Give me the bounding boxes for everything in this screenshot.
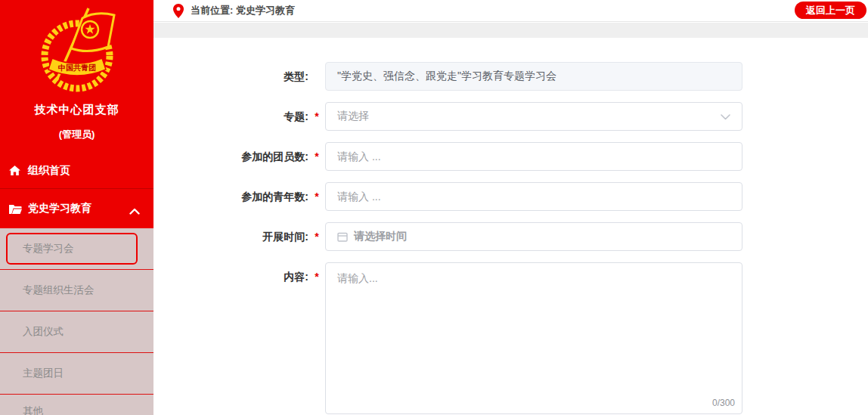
youth-league-emblem-icon: 中国共青团 <box>33 5 122 94</box>
sidebar-item-party-history-education[interactable]: 党史学习教育 <box>0 189 153 228</box>
youth-count-input[interactable] <box>325 182 742 211</box>
sidebar-menu: 组织首页 党史学习教育 专题学习会 专题组织生活会 <box>0 153 153 415</box>
form-row-time: 开展时间:* 请选择时间 <box>153 222 868 251</box>
submenu-item-label: 入团仪式 <box>23 325 64 339</box>
folder-open-icon <box>9 203 22 215</box>
required-marker: * <box>308 102 325 131</box>
members-count-input[interactable] <box>325 142 742 171</box>
type-label: 类型: <box>153 62 325 91</box>
topic-select-placeholder: 请选择 <box>337 110 369 123</box>
submenu-item-topic-org-life-meeting[interactable]: 专题组织生活会 <box>0 270 153 311</box>
time-date-picker[interactable]: 请选择时间 <box>325 222 742 251</box>
required-marker: * <box>308 262 325 414</box>
calendar-icon <box>337 232 348 242</box>
location-pin-icon <box>173 4 184 18</box>
submenu-item-other[interactable]: 其他 <box>0 395 153 415</box>
active-item-highlight: 专题学习会 <box>6 233 138 265</box>
party-history-submenu: 专题学习会 专题组织生活会 入团仪式 主题团日 其他 <box>0 228 153 415</box>
submenu-item-joining-ceremony[interactable]: 入团仪式 <box>0 311 153 353</box>
members-label: 参加的团员数:* <box>153 142 325 171</box>
sidebar-item-label: 党史学习教育 <box>28 202 91 215</box>
topic-study-session-form: 类型: "学党史、强信念、跟党走"学习教育专题学习会 专题:* 请选择 <box>153 38 868 415</box>
chevron-up-icon[interactable] <box>129 205 140 217</box>
topic-label: 专题:* <box>153 102 325 131</box>
breadcrumb: 当前位置: 党史学习教育 <box>191 4 295 17</box>
content-header-band <box>153 23 868 38</box>
org-role: (管理员) <box>0 128 153 141</box>
sidebar-item-label: 组织首页 <box>28 164 70 178</box>
page: 中国共青团 技术中心团支部 (管理员) 组织首页 党史学习教育 <box>0 0 868 415</box>
sidebar-item-org-home[interactable]: 组织首页 <box>0 153 153 188</box>
form-row-type: 类型: "学党史、强信念、跟党走"学习教育专题学习会 <box>153 62 868 91</box>
org-logo: 中国共青团 <box>0 0 153 97</box>
form-row-topic: 专题:* 请选择 <box>153 102 868 131</box>
time-label: 开展时间:* <box>153 222 325 251</box>
topbar: 当前位置: 党史学习教育 返回上一页 <box>153 0 868 22</box>
submenu-item-label: 专题学习会 <box>23 242 74 256</box>
form-row-content: 内容:* 0/300 <box>153 262 868 414</box>
content-label: 内容:* <box>153 262 325 414</box>
home-icon <box>9 165 22 176</box>
time-placeholder: 请选择时间 <box>354 230 407 243</box>
submenu-item-label: 专题组织生活会 <box>23 283 95 297</box>
required-marker: * <box>308 222 325 251</box>
emblem-banner-text: 中国共青团 <box>58 63 96 72</box>
youth-label: 参加的青年数:* <box>153 182 325 211</box>
type-readonly-field: "学党史、强信念、跟党走"学习教育专题学习会 <box>325 62 742 91</box>
org-name: 技术中心团支部 <box>0 103 153 117</box>
submenu-item-theme-league-day[interactable]: 主题团日 <box>0 353 153 395</box>
submenu-item-label: 主题团日 <box>23 367 64 380</box>
chevron-down-icon <box>721 110 730 122</box>
required-marker: * <box>308 142 325 171</box>
submenu-item-topic-study-session[interactable]: 专题学习会 <box>0 228 153 270</box>
form-row-youth: 参加的青年数:* <box>153 182 868 211</box>
content-textarea[interactable] <box>325 262 742 414</box>
submenu-item-label: 其他 <box>23 404 43 415</box>
topic-select[interactable]: 请选择 <box>325 102 742 131</box>
form-row-members: 参加的团员数:* <box>153 142 868 171</box>
required-marker: * <box>308 182 325 211</box>
sidebar: 中国共青团 技术中心团支部 (管理员) 组织首页 党史学习教育 <box>0 0 153 415</box>
back-button[interactable]: 返回上一页 <box>795 2 866 19</box>
